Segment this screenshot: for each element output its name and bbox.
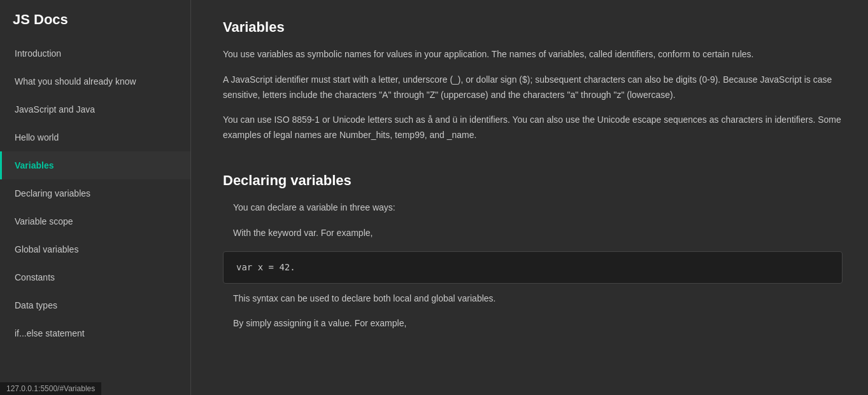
statusbar-url: 127.0.0.1:5500/#Variables <box>6 384 95 393</box>
sidebar-item-if-else[interactable]: if...else statement <box>0 319 190 347</box>
variables-para2: A JavaScript identifier must start with … <box>223 73 843 103</box>
sidebar-item-variable-scope[interactable]: Variable scope <box>0 207 190 235</box>
sidebar: JS Docs Introduction What you should alr… <box>0 0 191 395</box>
code-var-example: var x = 42. <box>236 262 295 272</box>
variables-para1: You use variables as symbolic names for … <box>223 47 843 62</box>
sidebar-item-variables[interactable]: Variables <box>0 151 190 179</box>
main-content: Variables You use variables as symbolic … <box>191 0 868 395</box>
declaring-variables-title: Declaring variables <box>223 172 843 189</box>
declaring-variables-section: Declaring variables You can declare a va… <box>223 172 843 331</box>
declaring-intro: You can declare a variable in three ways… <box>223 200 843 216</box>
declaring-assign-note: By simply assigning it a value. For exam… <box>223 316 843 331</box>
declaring-keyword-text: With the keyword var. For example, <box>223 226 843 241</box>
declaring-syntax-note: This syntax can be used to declare both … <box>223 291 843 307</box>
variables-para3: You can use ISO 8859-1 or Unicode letter… <box>223 113 843 143</box>
sidebar-item-global-variables[interactable]: Global variables <box>0 235 190 263</box>
code-block-var: var x = 42. <box>223 251 843 284</box>
sidebar-item-javascript-and-java[interactable]: JavaScript and Java <box>0 95 190 123</box>
sidebar-nav: Introduction What you should already kno… <box>0 39 190 347</box>
section-divider <box>223 153 843 172</box>
app-title: JS Docs <box>0 0 190 39</box>
sidebar-item-hello-world[interactable]: Hello world <box>0 123 190 151</box>
variables-title: Variables <box>223 19 843 36</box>
sidebar-item-constants[interactable]: Constants <box>0 263 190 291</box>
statusbar: 127.0.0.1:5500/#Variables <box>0 382 101 395</box>
sidebar-item-introduction[interactable]: Introduction <box>0 39 190 67</box>
variables-section: Variables You use variables as symbolic … <box>223 19 843 143</box>
sidebar-item-declaring-variables[interactable]: Declaring variables <box>0 179 190 207</box>
sidebar-item-what-you-should[interactable]: What you should already know <box>0 67 190 95</box>
sidebar-item-data-types[interactable]: Data types <box>0 291 190 319</box>
